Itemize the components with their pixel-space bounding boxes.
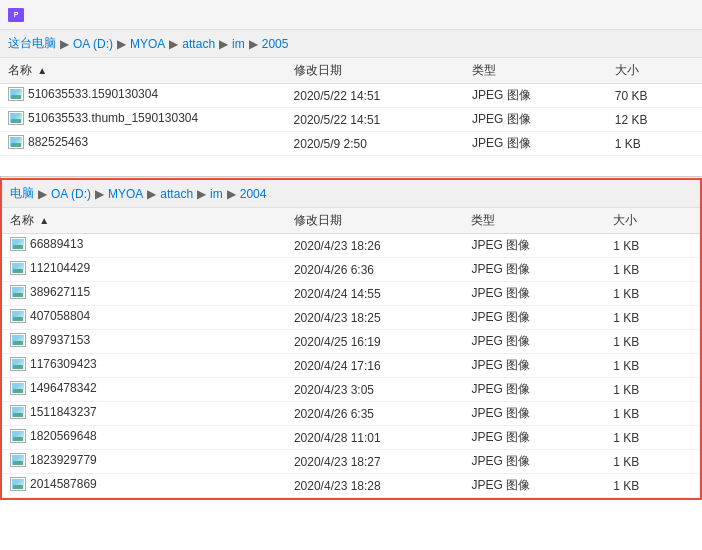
file-name: 389627115 <box>2 282 286 306</box>
jpeg-icon <box>10 261 26 275</box>
file-name: 510635533.thumb_1590130304 <box>0 108 286 132</box>
file-icon: 407058804 <box>10 309 90 323</box>
breadcrumb-myoa-2[interactable]: MYOA <box>108 187 143 201</box>
file-name: 1496478342 <box>2 378 286 402</box>
col-header-date-2[interactable]: 修改日期 <box>286 208 463 234</box>
file-name: 1823929779 <box>2 450 286 474</box>
jpeg-icon <box>10 477 26 491</box>
table-row[interactable]: 112104429 2020/4/26 6:36 JPEG 图像 1 KB <box>2 258 700 282</box>
file-size: 1 KB <box>605 258 700 282</box>
breadcrumb-home[interactable]: 这台电脑 <box>8 35 56 52</box>
file-size: 1 KB <box>605 330 700 354</box>
jpeg-icon <box>10 381 26 395</box>
breadcrumb-oa[interactable]: OA (D:) <box>73 37 113 51</box>
file-icon: 897937153 <box>10 333 90 347</box>
file-size: 1 KB <box>605 234 700 258</box>
breadcrumb-computer[interactable]: 电脑 <box>10 185 34 202</box>
breadcrumb-2004[interactable]: 电脑 ▶ OA (D:) ▶ MYOA ▶ attach ▶ im ▶ 2004 <box>2 180 700 208</box>
col-header-size[interactable]: 大小 <box>607 58 702 84</box>
breadcrumb-attach-2[interactable]: attach <box>160 187 193 201</box>
table-row[interactable]: 66889413 2020/4/23 18:26 JPEG 图像 1 KB <box>2 234 700 258</box>
file-name: 407058804 <box>2 306 286 330</box>
file-type: JPEG 图像 <box>463 234 605 258</box>
breadcrumb-myoa[interactable]: MYOA <box>130 37 165 51</box>
file-date: 2020/4/23 18:25 <box>286 306 463 330</box>
file-size: 1 KB <box>605 450 700 474</box>
file-icon: 2014587869 <box>10 477 97 491</box>
file-icon: 510635533.thumb_1590130304 <box>8 111 198 125</box>
php-file-icon: P <box>8 7 24 23</box>
breadcrumb-2005[interactable]: 2005 <box>262 37 289 51</box>
jpeg-icon <box>10 285 26 299</box>
file-size: 1 KB <box>607 132 702 156</box>
file-name: 2014587869 <box>2 474 286 498</box>
jpeg-icon <box>10 453 26 467</box>
col-header-type[interactable]: 类型 <box>464 58 607 84</box>
file-table-2004: 名称 ▲ 修改日期 类型 大小 66889413 2020/4/23 18:26… <box>2 208 700 498</box>
col-header-type-2[interactable]: 类型 <box>463 208 605 234</box>
file-type: JPEG 图像 <box>463 402 605 426</box>
file-type: JPEG 图像 <box>463 330 605 354</box>
file-date: 2020/4/26 6:35 <box>286 402 463 426</box>
table-row[interactable]: 882525463 2020/5/9 2:50 JPEG 图像 1 KB <box>0 132 702 156</box>
file-icon: 510635533.1590130304 <box>8 87 158 101</box>
file-size: 1 KB <box>605 426 700 450</box>
breadcrumb-attach[interactable]: attach <box>182 37 215 51</box>
file-size: 1 KB <box>605 282 700 306</box>
col-header-size-2[interactable]: 大小 <box>605 208 700 234</box>
file-type: JPEG 图像 <box>463 306 605 330</box>
col-header-name[interactable]: 名称 ▲ <box>0 58 286 84</box>
file-icon: 66889413 <box>10 237 83 251</box>
table-row[interactable]: 407058804 2020/4/23 18:25 JPEG 图像 1 KB <box>2 306 700 330</box>
file-type: JPEG 图像 <box>464 132 607 156</box>
file-size: 12 KB <box>607 108 702 132</box>
table-row[interactable]: 389627115 2020/4/24 14:55 JPEG 图像 1 KB <box>2 282 700 306</box>
file-date: 2020/4/23 18:27 <box>286 450 463 474</box>
table-header-2004: 名称 ▲ 修改日期 类型 大小 <box>2 208 700 234</box>
file-size: 1 KB <box>605 306 700 330</box>
file-icon: 389627115 <box>10 285 90 299</box>
top-bar: P <box>0 0 702 30</box>
table-row[interactable]: 897937153 2020/4/25 16:19 JPEG 图像 1 KB <box>2 330 700 354</box>
file-date: 2020/4/24 14:55 <box>286 282 463 306</box>
file-type: JPEG 图像 <box>463 354 605 378</box>
file-date: 2020/5/9 2:50 <box>286 132 464 156</box>
file-icon: 882525463 <box>8 135 88 149</box>
file-size: 70 KB <box>607 84 702 108</box>
file-name: 897937153 <box>2 330 286 354</box>
breadcrumb-oa-2[interactable]: OA (D:) <box>51 187 91 201</box>
file-type: JPEG 图像 <box>463 450 605 474</box>
jpeg-icon <box>10 405 26 419</box>
table-row[interactable]: 1176309423 2020/4/24 17:16 JPEG 图像 1 KB <box>2 354 700 378</box>
file-name: 510635533.1590130304 <box>0 84 286 108</box>
table-row[interactable]: 1823929779 2020/4/23 18:27 JPEG 图像 1 KB <box>2 450 700 474</box>
table-row[interactable]: 1496478342 2020/4/23 3:05 JPEG 图像 1 KB <box>2 378 700 402</box>
file-date: 2020/4/25 16:19 <box>286 330 463 354</box>
col-header-name-2[interactable]: 名称 ▲ <box>2 208 286 234</box>
file-icon: 1820569648 <box>10 429 97 443</box>
jpeg-icon <box>10 309 26 323</box>
col-header-date[interactable]: 修改日期 <box>286 58 464 84</box>
breadcrumb-im[interactable]: im <box>232 37 245 51</box>
table-row[interactable]: 510635533.thumb_1590130304 2020/5/22 14:… <box>0 108 702 132</box>
file-date: 2020/5/22 14:51 <box>286 108 464 132</box>
jpeg-icon <box>10 333 26 347</box>
file-icon: 112104429 <box>10 261 90 275</box>
file-name: 1820569648 <box>2 426 286 450</box>
file-size: 1 KB <box>605 354 700 378</box>
breadcrumb-2004[interactable]: 2004 <box>240 187 267 201</box>
breadcrumb-2005[interactable]: 这台电脑 ▶ OA (D:) ▶ MYOA ▶ attach ▶ im ▶ 20… <box>0 30 702 58</box>
section-2004: 电脑 ▶ OA (D:) ▶ MYOA ▶ attach ▶ im ▶ 2004… <box>0 178 702 500</box>
file-name: 112104429 <box>2 258 286 282</box>
file-date: 2020/4/26 6:36 <box>286 258 463 282</box>
file-name: 882525463 <box>0 132 286 156</box>
file-table-2005: 名称 ▲ 修改日期 类型 大小 510635533.1590130304 202… <box>0 58 702 156</box>
breadcrumb-im-2[interactable]: im <box>210 187 223 201</box>
file-icon: 1176309423 <box>10 357 97 371</box>
file-name: 1176309423 <box>2 354 286 378</box>
table-row[interactable]: 2014587869 2020/4/23 18:28 JPEG 图像 1 KB <box>2 474 700 498</box>
file-date: 2020/4/23 18:28 <box>286 474 463 498</box>
table-row[interactable]: 1511843237 2020/4/26 6:35 JPEG 图像 1 KB <box>2 402 700 426</box>
table-row[interactable]: 1820569648 2020/4/28 11:01 JPEG 图像 1 KB <box>2 426 700 450</box>
table-row[interactable]: 510635533.1590130304 2020/5/22 14:51 JPE… <box>0 84 702 108</box>
